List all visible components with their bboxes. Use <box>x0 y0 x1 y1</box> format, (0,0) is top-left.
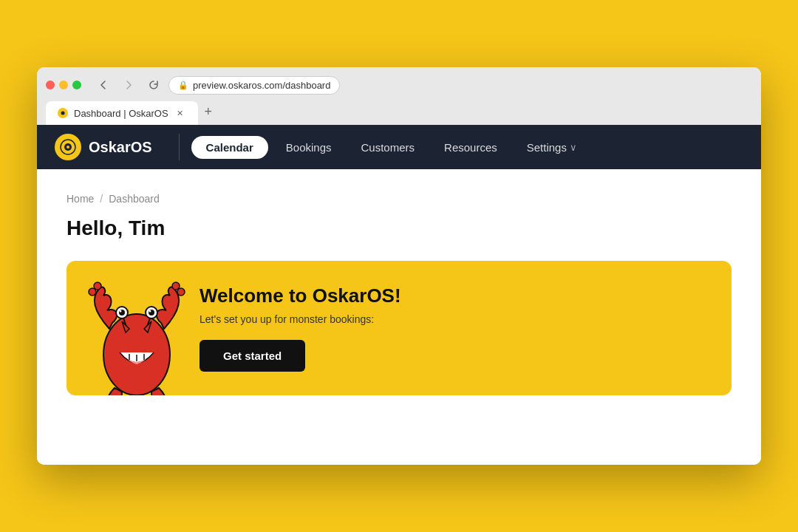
traffic-lights <box>46 81 81 89</box>
nav-item-customers[interactable]: Customers <box>349 135 427 160</box>
nav-item-calendar[interactable]: Calendar <box>191 136 268 159</box>
new-tab-button[interactable]: + <box>198 101 219 122</box>
tab-close-button[interactable]: ✕ <box>174 107 186 119</box>
nav-item-bookings[interactable]: Bookings <box>274 135 344 160</box>
nav-divider <box>179 134 180 160</box>
welcome-content: Welcome to OskarOS! Let's set you up for… <box>200 284 702 372</box>
close-window-button[interactable] <box>46 81 55 89</box>
nav-item-resources[interactable]: Resources <box>432 135 509 160</box>
breadcrumb-current: Dashboard <box>109 193 160 205</box>
monster-illustration <box>81 270 192 395</box>
browser-window: 🔒 preview.oskaros.com/dashboard Dashboar… <box>37 67 761 465</box>
tab-favicon <box>58 108 68 118</box>
forward-button[interactable] <box>118 75 139 95</box>
browser-controls: 🔒 preview.oskaros.com/dashboard <box>46 75 752 95</box>
breadcrumb-separator: / <box>100 193 103 205</box>
breadcrumb: Home / Dashboard <box>66 193 732 205</box>
url-text: preview.oskaros.com/dashboard <box>193 80 330 91</box>
svg-point-15 <box>120 310 122 313</box>
browser-nav: 🔒 preview.oskaros.com/dashboard <box>93 75 340 95</box>
lock-icon: 🔒 <box>178 81 188 90</box>
svg-point-4 <box>66 146 69 149</box>
logo-icon <box>55 134 81 160</box>
nav-item-settings[interactable]: Settings ∨ <box>515 135 589 160</box>
welcome-heading: Welcome to OskarOS! <box>200 284 702 307</box>
welcome-subtitle: Let's set you up for monster bookings: <box>200 313 702 325</box>
page-title: Hello, Tim <box>66 216 732 240</box>
logo-text: OskarOS <box>89 139 152 156</box>
svg-point-6 <box>89 288 96 296</box>
svg-point-19 <box>149 310 151 313</box>
nav-items: Calendar Bookings Customers Resources Se… <box>191 135 743 160</box>
chevron-down-icon: ∨ <box>570 142 577 153</box>
active-tab[interactable]: Dashboard | OskarOS ✕ <box>46 101 198 125</box>
minimize-window-button[interactable] <box>59 81 68 89</box>
refresh-button[interactable] <box>143 75 164 95</box>
app-content: Home / Dashboard Hello, Tim <box>37 169 761 465</box>
get-started-button[interactable]: Get started <box>200 340 305 372</box>
browser-chrome: 🔒 preview.oskaros.com/dashboard Dashboar… <box>37 67 761 125</box>
app-logo: OskarOS <box>55 134 152 160</box>
breadcrumb-home[interactable]: Home <box>66 193 94 205</box>
app-nav: OskarOS Calendar Bookings Customers Reso… <box>37 125 761 169</box>
tab-bar: Dashboard | OskarOS ✕ + <box>46 101 752 125</box>
svg-point-1 <box>61 112 65 115</box>
address-bar[interactable]: 🔒 preview.oskaros.com/dashboard <box>168 76 340 95</box>
svg-point-8 <box>177 288 185 296</box>
welcome-card: Welcome to OskarOS! Let's set you up for… <box>66 261 732 395</box>
back-button[interactable] <box>93 75 114 95</box>
fullscreen-window-button[interactable] <box>72 81 81 89</box>
tab-title: Dashboard | OskarOS <box>74 108 168 119</box>
